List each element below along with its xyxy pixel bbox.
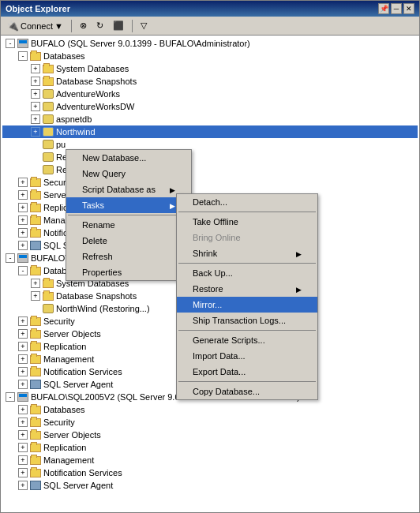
menu-export-data[interactable]: Export Data...: [177, 364, 317, 380]
menu-refresh[interactable]: Refresh: [66, 249, 191, 264]
sqlagent2-label: SQL Server Agent: [43, 380, 113, 389]
sqlagent3-item[interactable]: + SQL Server Agent: [2, 479, 418, 492]
minimize-button[interactable]: ─: [391, 3, 402, 14]
security1-expand[interactable]: +: [18, 178, 28, 187]
databases1-item[interactable]: - Databases: [2, 50, 418, 62]
menu-detach-label: Detach...: [193, 197, 227, 207]
server1-label: BUFALO (SQL Server 9.0.1399 - BUFALO\Adm…: [31, 39, 250, 48]
security3-expand[interactable]: +: [18, 418, 28, 427]
notifsvcs3-item[interactable]: + Notification Services: [2, 466, 418, 479]
server1-expand[interactable]: -: [6, 39, 15, 48]
notifsvcs2-expand[interactable]: +: [18, 367, 28, 376]
menu-import-data[interactable]: Import Data...: [177, 348, 317, 364]
filter-button[interactable]: ▽: [137, 19, 150, 32]
sysdbs1-expand[interactable]: +: [31, 64, 40, 73]
menu-take-offline[interactable]: Take Offline: [177, 214, 317, 230]
management3-expand[interactable]: +: [18, 455, 28, 465]
databases1-icon: [29, 50, 42, 62]
databases1-label: Databases: [43, 51, 85, 61]
server1-item[interactable]: - BUFALO (SQL Server 9.0.1399 - BUFALO\A…: [2, 37, 418, 50]
adventureworks-item[interactable]: + AdventureWorks: [2, 88, 418, 100]
menu-mirror[interactable]: Mirror...: [177, 297, 317, 313]
toolbar-btn-1[interactable]: ⊗: [77, 19, 90, 32]
databases1-expand[interactable]: -: [18, 51, 28, 61]
security3-item[interactable]: + Security: [2, 416, 418, 429]
sysdbs1-item[interactable]: + System Databases: [2, 62, 418, 75]
script-db-arrow: [170, 185, 175, 194]
snapshots1-expand[interactable]: +: [31, 77, 40, 86]
management3-item[interactable]: + Management: [2, 454, 418, 466]
serverobj2-expand[interactable]: +: [18, 329, 28, 339]
sqlagent2-expand[interactable]: +: [18, 380, 28, 389]
menu-shrink[interactable]: Shrink: [177, 245, 317, 261]
menu-gen-scripts[interactable]: Generate Scripts...: [177, 332, 317, 348]
pu-item[interactable]: pu: [2, 138, 418, 151]
aw-icon: [42, 88, 54, 100]
snapshots2-expand[interactable]: +: [31, 291, 40, 301]
re1-icon: [42, 151, 54, 163]
aspnetdb-item[interactable]: + aspnetdb: [2, 113, 418, 125]
tree-area[interactable]: - BUFALO (SQL Server 9.0.1399 - BUFALO\A…: [1, 36, 419, 512]
nwr-placeholder: [31, 304, 40, 313]
server2-expand[interactable]: -: [6, 253, 15, 263]
serverobj1-expand[interactable]: +: [18, 190, 28, 200]
menu-bring-online[interactable]: Bring Online: [177, 230, 317, 245]
server3-expand[interactable]: -: [6, 392, 15, 402]
close-button[interactable]: ✕: [403, 3, 414, 14]
sqlagent1-expand[interactable]: +: [18, 241, 28, 250]
connect-button[interactable]: 🔌 Connect ▼: [4, 19, 66, 33]
aspnetdb-expand[interactable]: +: [31, 114, 40, 124]
notifsvcs1-expand[interactable]: +: [18, 228, 28, 238]
management3-icon: [29, 454, 42, 466]
menu-rename[interactable]: Rename: [66, 217, 191, 233]
serverobj3-item[interactable]: + Server Objects: [2, 429, 418, 441]
re2-item[interactable]: Re: [2, 163, 418, 176]
security1-item[interactable]: + Security: [2, 176, 418, 189]
menu-mirror-label: Mirror...: [193, 300, 222, 309]
menu-copy-db[interactable]: Copy Database...: [177, 384, 317, 399]
pin-button[interactable]: 📌: [378, 3, 389, 14]
menu-restore[interactable]: Restore: [177, 281, 317, 297]
snapshots1-item[interactable]: + Database Snapshots: [2, 75, 418, 88]
sysdbs2-expand[interactable]: +: [31, 279, 40, 288]
menu-sep-2c: [178, 330, 316, 331]
northwind-icon: [42, 125, 54, 138]
serverobj3-expand[interactable]: +: [18, 430, 28, 440]
replication2-expand[interactable]: +: [18, 342, 28, 351]
northwind-expand[interactable]: +: [31, 127, 40, 137]
notifsvcs2-icon: [29, 365, 42, 378]
re1-item[interactable]: Re: [2, 151, 418, 163]
menu-new-query[interactable]: New Query: [66, 166, 191, 182]
menu-tasks[interactable]: Tasks: [66, 197, 191, 213]
replication3-expand[interactable]: +: [18, 443, 28, 452]
replication3-item[interactable]: + Replication: [2, 441, 418, 454]
adventureworksdw-item[interactable]: + AdventureWorksDW: [2, 100, 418, 113]
menu-ship-logs[interactable]: Ship Transaction Logs...: [177, 313, 317, 328]
sqlagent3-expand[interactable]: +: [18, 481, 28, 490]
awdw-expand[interactable]: +: [31, 102, 40, 111]
serverobj3-label: Server Objects: [43, 430, 101, 440]
toolbar-btn-2[interactable]: ↻: [93, 19, 107, 32]
management1-expand[interactable]: +: [18, 215, 28, 225]
databases3-expand[interactable]: +: [18, 405, 28, 414]
notifsvcs1-icon: [29, 227, 42, 239]
sysdbs1-icon: [42, 62, 54, 75]
security2-expand[interactable]: +: [18, 316, 28, 326]
toolbar-btn-3[interactable]: ⬛: [110, 19, 127, 32]
replication1-expand[interactable]: +: [18, 203, 28, 212]
management2-expand[interactable]: +: [18, 354, 28, 364]
aw-expand[interactable]: +: [31, 89, 40, 99]
menu-detach[interactable]: Detach...: [177, 194, 317, 210]
databases3-item[interactable]: + Databases: [2, 403, 418, 416]
notifsvcs2-label: Notification Services: [43, 367, 122, 376]
menu-script-database[interactable]: Script Database as: [66, 182, 191, 197]
northwind-item[interactable]: + Northwind: [2, 125, 418, 138]
databases2-expand[interactable]: -: [18, 266, 28, 275]
menu-delete[interactable]: Delete: [66, 233, 191, 249]
menu-export-data-label: Export Data...: [193, 367, 246, 376]
sqlagent2-icon: [29, 378, 42, 391]
menu-backup[interactable]: Back Up...: [177, 265, 317, 281]
notifsvcs3-expand[interactable]: +: [18, 468, 28, 477]
menu-properties[interactable]: Properties: [66, 264, 191, 280]
menu-new-database[interactable]: New Database...: [66, 150, 191, 166]
